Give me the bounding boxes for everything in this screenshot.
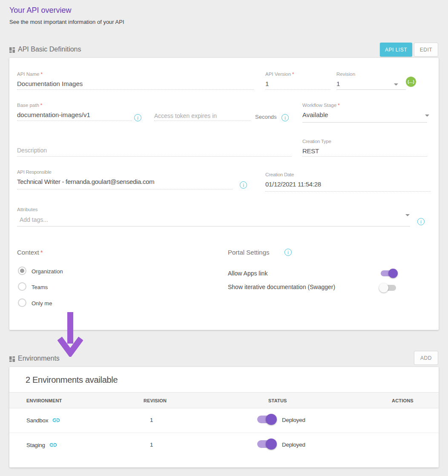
allow-apps-link-toggle[interactable]: [380, 269, 397, 278]
down-arrow-annotation: [57, 312, 83, 357]
workflow-stage-underline: [302, 122, 427, 123]
attributes-info-icon[interactable]: [417, 218, 425, 225]
table-row: Staging 1 Deployed: [9, 433, 439, 458]
workflow-stage-value[interactable]: Available: [302, 111, 328, 118]
toggle-knob: [266, 439, 277, 450]
basic-definitions-card: API Name* Documentation Images API Versi…: [9, 58, 439, 330]
description-underline: [17, 156, 292, 157]
revision-label: Revision: [336, 72, 355, 77]
attributes-input[interactable]: Add tags...: [20, 216, 48, 223]
status-cell: Deployed: [282, 442, 305, 448]
status-cell: Deployed: [282, 417, 305, 423]
link-icon[interactable]: [49, 441, 57, 449]
required-asterisk: *: [338, 103, 339, 108]
toggle-knob: [388, 269, 398, 278]
creation-date-value: 01/12/2021 11:54:28: [265, 181, 321, 188]
attributes-underline: [17, 226, 410, 227]
access-token-unit: Seconds: [255, 114, 277, 120]
required-asterisk: *: [40, 103, 42, 108]
creation-date-label: Creation Date: [265, 172, 294, 177]
api-responsible-label: API Responsible: [17, 169, 52, 175]
environments-summary: 2 Environments available: [26, 375, 118, 385]
add-button[interactable]: ADD: [414, 351, 438, 365]
revision-cell: 1: [150, 417, 153, 423]
api-responsible-underline: [17, 189, 233, 189]
edit-button[interactable]: EDIT: [414, 43, 438, 57]
api-version-label: API Version*: [265, 72, 294, 77]
api-version-value[interactable]: 1: [265, 80, 269, 87]
base-path-underline: [17, 120, 132, 121]
column-header-actions: ACTIONS: [392, 398, 414, 403]
column-header-environment: ENVIRONMENT: [26, 398, 62, 403]
toggle-knob: [379, 283, 388, 292]
creation-type-value: REST: [302, 147, 319, 155]
deploy-toggle[interactable]: [256, 439, 276, 449]
trace-code-icon[interactable]: [406, 77, 416, 87]
portal-settings-title: Portal Settings: [228, 249, 270, 256]
radio-organization-label[interactable]: Organization: [32, 268, 63, 275]
required-asterisk: *: [40, 249, 43, 256]
workflow-stage-chevron-down-icon[interactable]: [425, 115, 429, 117]
revision-underline: [336, 89, 406, 90]
revision-cell: 1: [150, 442, 153, 448]
radio-organization[interactable]: [18, 267, 26, 275]
base-path-value[interactable]: documentation-images/v1: [17, 111, 90, 118]
api-list-button[interactable]: API LIST: [380, 43, 412, 57]
creation-type-label: Creation Type: [302, 139, 331, 144]
allow-apps-link-label: Allow Apps link: [228, 270, 267, 277]
api-name-label: API Name*: [17, 72, 43, 77]
column-header-revision: REVISION: [144, 398, 167, 403]
base-path-label: Base path*: [17, 103, 42, 108]
description-input[interactable]: Description: [17, 147, 47, 154]
page-title: Your API overview: [9, 6, 71, 15]
required-asterisk: *: [40, 72, 42, 77]
table-header-row: ENVIRONMENT REVISION STATUS ACTIONS: [9, 392, 439, 408]
section-title-environments: Environments: [18, 355, 60, 362]
deploy-toggle[interactable]: [256, 414, 276, 424]
api-responsible-info-icon[interactable]: [240, 181, 247, 189]
api-name-underline: [17, 89, 254, 90]
attributes-label: Attributes: [17, 207, 38, 212]
section-grid-icon: [9, 47, 15, 52]
radio-only-me-label[interactable]: Only me: [32, 300, 52, 307]
creation-date-underline: [265, 191, 431, 192]
show-swagger-label: Show iterative documentation (Swagger): [228, 284, 335, 290]
context-title: Context*: [17, 249, 43, 256]
creation-type-underline: [302, 156, 427, 157]
table-row: Sandbox 1 Deployed: [9, 408, 439, 433]
environment-cell: Staging: [26, 441, 57, 449]
api-version-underline: [265, 89, 330, 90]
page-subtitle: See the most important information of yo…: [9, 19, 124, 25]
link-icon[interactable]: [52, 416, 60, 424]
api-responsible-value[interactable]: Technical Writer - fernanda.goulart@sens…: [17, 178, 154, 185]
environment-cell: Sandbox: [26, 416, 60, 424]
environments-card: 2 Environments available ENVIRONMENT REV…: [9, 367, 439, 467]
section-title-basic-definitions: API Basic Definitions: [18, 46, 81, 53]
section-grid-icon: [9, 356, 15, 361]
access-token-underline: [154, 120, 250, 121]
base-path-info-icon[interactable]: [134, 114, 141, 121]
revision-value[interactable]: 1: [336, 80, 340, 87]
column-header-status: STATUS: [268, 398, 287, 403]
toggle-knob: [266, 414, 277, 425]
api-name-value[interactable]: Documentation Images: [17, 80, 83, 87]
radio-only-me[interactable]: [18, 298, 26, 307]
access-token-info-icon[interactable]: [281, 114, 289, 121]
portal-settings-info-icon[interactable]: [284, 249, 292, 256]
radio-teams[interactable]: [18, 282, 26, 291]
access-token-input[interactable]: Access token expires in: [154, 112, 217, 119]
required-asterisk: *: [292, 72, 294, 77]
attributes-chevron-down-icon[interactable]: [405, 214, 410, 216]
show-swagger-toggle[interactable]: [380, 284, 397, 292]
radio-teams-label[interactable]: Teams: [32, 284, 48, 290]
revision-chevron-down-icon[interactable]: [394, 83, 398, 86]
workflow-stage-label: Workflow Stage*: [302, 103, 340, 108]
